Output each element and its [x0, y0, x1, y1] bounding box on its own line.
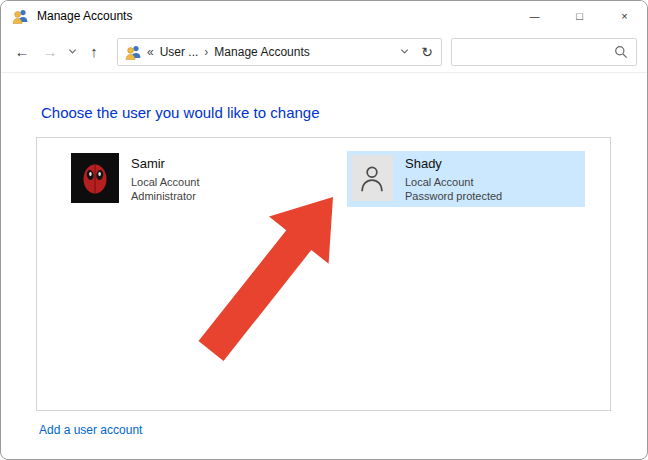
user-text: Samir Local Account Administrator: [131, 153, 200, 205]
user-name: Shady: [405, 156, 502, 171]
address-dropdown-chevron-icon[interactable]: [400, 45, 409, 59]
breadcrumb-separator: ›: [204, 45, 208, 59]
content-area: Choose the user you would like to change: [1, 73, 647, 438]
user-detail: Password protected: [405, 189, 502, 203]
user-list: Samir Local Account Administrator Shady: [36, 137, 611, 411]
window-controls: — □ ×: [512, 1, 647, 31]
window-title: Manage Accounts: [37, 9, 132, 23]
breadcrumb-item-current[interactable]: Manage Accounts: [214, 45, 309, 59]
breadcrumb-right-controls: ↻: [400, 44, 435, 60]
user-account-type: Local Account: [131, 175, 200, 189]
manage-accounts-window: Manage Accounts — □ × ← → ↑ « User ...: [0, 0, 648, 460]
breadcrumb-item-parent[interactable]: User ...: [160, 45, 199, 59]
page-title: Choose the user you would like to change: [41, 104, 647, 121]
maximize-button[interactable]: □: [557, 1, 602, 31]
navigation-bar: ← → ↑ « User ... › Manage Accounts: [1, 31, 647, 73]
search-icon[interactable]: [614, 45, 628, 59]
minimize-button[interactable]: —: [512, 1, 557, 31]
user-accounts-icon: [125, 44, 141, 60]
user-tiles: Samir Local Account Administrator Shady: [37, 138, 610, 207]
close-button[interactable]: ×: [602, 1, 647, 31]
up-button[interactable]: ↑: [81, 38, 107, 66]
back-button[interactable]: ←: [9, 38, 35, 66]
search-box[interactable]: [451, 38, 637, 66]
user-tile-samir[interactable]: Samir Local Account Administrator: [67, 151, 305, 207]
user-account-type: Local Account: [405, 175, 502, 189]
user-name: Samir: [131, 156, 200, 171]
breadcrumb[interactable]: « User ... › Manage Accounts ↻: [117, 38, 442, 66]
shady-avatar: [351, 155, 393, 201]
breadcrumb-collapse[interactable]: «: [147, 45, 154, 59]
user-text: Shady Local Account Password protected: [405, 153, 502, 205]
samir-avatar: [71, 153, 119, 203]
user-detail: Administrator: [131, 189, 200, 203]
search-input[interactable]: [460, 44, 614, 60]
history-chevron-down-icon[interactable]: [65, 38, 79, 66]
refresh-button[interactable]: ↻: [419, 44, 435, 60]
user-accounts-icon: [12, 8, 28, 24]
forward-button[interactable]: →: [37, 38, 63, 66]
user-tile-shady[interactable]: Shady Local Account Password protected: [347, 151, 585, 207]
titlebar: Manage Accounts — □ ×: [1, 1, 647, 31]
add-user-account-link[interactable]: Add a user account: [39, 423, 142, 437]
